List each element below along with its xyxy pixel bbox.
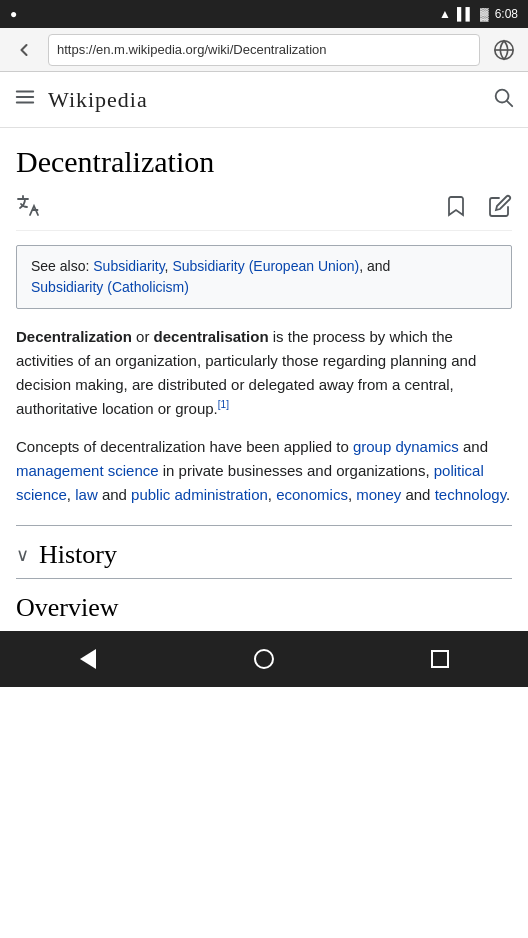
law-link[interactable]: law xyxy=(75,486,98,503)
url-input[interactable] xyxy=(48,34,480,66)
battery-icon: ▓ xyxy=(480,7,489,21)
back-nav-button[interactable] xyxy=(64,635,112,683)
public-administration-link[interactable]: public administration xyxy=(131,486,268,503)
search-button[interactable] xyxy=(492,86,514,114)
see-also-box: See also: Subsidiarity, Subsidiarity (Eu… xyxy=(16,245,512,309)
subsidiarity-catholicism-link[interactable]: Subsidiarity (Catholicism) xyxy=(31,279,189,295)
overview-section-title: Overview xyxy=(16,593,512,623)
home-nav-button[interactable] xyxy=(240,635,288,683)
time-display: 6:08 xyxy=(495,7,518,21)
recent-nav-button[interactable] xyxy=(416,635,464,683)
term-decentralisation: decentralisation xyxy=(154,328,269,345)
status-bar: ● ▲ ▌▌ ▓ 6:08 xyxy=(0,0,528,28)
svg-line-6 xyxy=(507,101,512,106)
article-tools xyxy=(16,194,512,231)
back-button[interactable] xyxy=(8,34,40,66)
language-button[interactable] xyxy=(16,194,40,224)
article-content: Decentralization See xyxy=(0,128,528,623)
signal-bars-icon: ▌▌ xyxy=(457,7,474,21)
subsidiarity-eu-link[interactable]: Subsidiarity (European Union) xyxy=(172,258,359,274)
economics-link[interactable]: economics xyxy=(276,486,348,503)
recent-square-icon xyxy=(431,650,449,668)
wifi-icon: ▲ xyxy=(439,7,451,21)
edit-button[interactable] xyxy=(488,194,512,224)
wiki-wordmark: Wikipedia xyxy=(48,87,480,113)
paragraph-1: Decentralization or decentralisation is … xyxy=(16,325,512,421)
subsidiarity-link[interactable]: Subsidiarity xyxy=(93,258,164,274)
history-chevron-icon: ∨ xyxy=(16,544,29,566)
article-title: Decentralization xyxy=(16,144,512,180)
money-link[interactable]: money xyxy=(356,486,401,503)
technology-link[interactable]: technology xyxy=(435,486,506,503)
status-right: ▲ ▌▌ ▓ 6:08 xyxy=(439,7,518,21)
citation-1[interactable]: [1] xyxy=(218,399,229,410)
menu-button[interactable] xyxy=(14,86,36,114)
paragraph-2: Concepts of decentralization have been a… xyxy=(16,435,512,507)
home-circle-icon xyxy=(254,649,274,669)
wiki-header: Wikipedia xyxy=(0,72,528,128)
history-section-title: History xyxy=(39,540,117,570)
management-science-link[interactable]: management science xyxy=(16,462,159,479)
browser-menu-icon[interactable] xyxy=(488,34,520,66)
history-section-heading[interactable]: ∨ History xyxy=(16,525,512,570)
overview-section-heading[interactable]: Overview xyxy=(16,578,512,623)
bottom-navigation xyxy=(0,631,528,687)
url-bar xyxy=(0,28,528,72)
status-left: ● xyxy=(10,7,17,21)
see-also-prefix: See also: xyxy=(31,258,93,274)
term-decentralization: Decentralization xyxy=(16,328,132,345)
back-triangle-icon xyxy=(80,649,96,669)
group-dynamics-link[interactable]: group dynamics xyxy=(353,438,459,455)
signal-icon: ● xyxy=(10,7,17,21)
article-body: Decentralization or decentralisation is … xyxy=(16,325,512,507)
bookmark-button[interactable] xyxy=(444,194,468,224)
